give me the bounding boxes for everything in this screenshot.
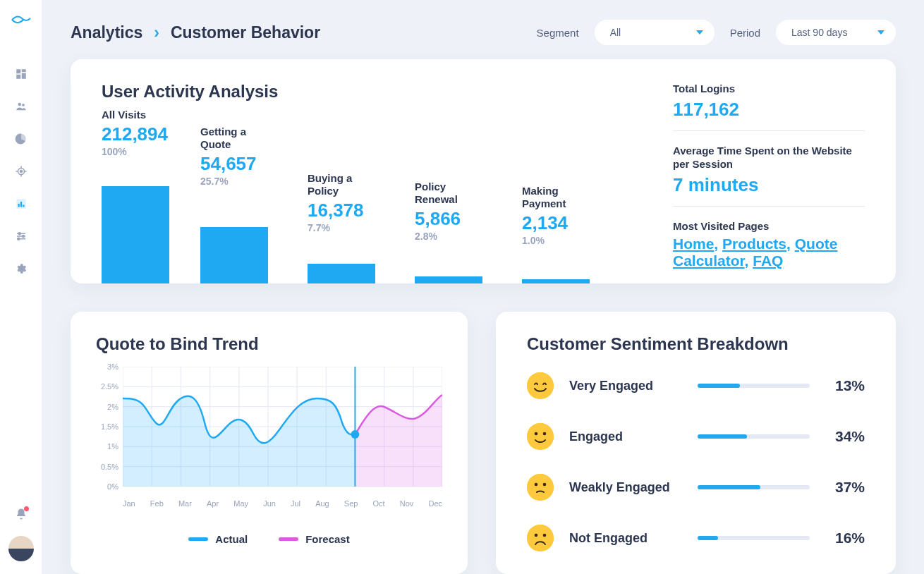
notification-dot [24,506,29,511]
sentiment-title: Customer Sentiment Breakdown [527,334,865,354]
sentiment-bar [698,485,810,489]
sentiment-pct: 37% [825,479,865,496]
svg-rect-2 [21,73,25,79]
svg-point-36 [527,372,554,399]
sentiment-bar [698,384,810,388]
period-label: Period [730,27,760,39]
most-visited-label: Most Visited Pages [673,219,865,233]
quote-to-bind-card: Quote to Bind Trend 3% 2.5% 2% 1.5% 1% 0… [71,312,468,574]
svg-point-14 [17,238,19,240]
trend-legend: Actual Forecast [96,533,442,545]
svg-point-38 [535,432,538,436]
svg-rect-10 [20,202,21,207]
segment-label: Segment [537,27,579,39]
sentiment-bar [698,434,810,439]
funnel-step: Policy Renewal 5,866 2.8% [415,114,522,283]
legend-actual: Actual [188,533,248,545]
nav-settings-icon[interactable] [8,256,34,281]
svg-point-37 [527,423,554,450]
svg-point-12 [18,233,20,235]
user-avatar[interactable] [8,536,34,561]
funnel-step: All Visits 212,894 100% [102,114,200,283]
notifications-icon[interactable] [15,508,28,523]
avg-time-value: 7 minutes [673,174,865,196]
sentiment-emoji-icon [527,474,554,501]
svg-rect-9 [18,204,19,207]
chevron-down-icon [696,30,703,35]
svg-point-13 [22,236,24,238]
sidebar [0,0,42,574]
svg-rect-1 [21,69,25,72]
app-logo [11,13,32,30]
svg-rect-0 [16,69,20,73]
svg-point-40 [527,474,554,501]
svg-point-5 [22,104,25,106]
avg-time-label: Average Time Spent on the Website per Se… [673,144,865,171]
period-dropdown[interactable]: Last 90 days [776,20,896,45]
sentiment-emoji-icon [527,525,554,551]
activity-title: User Activity Analysis [102,82,653,102]
page-link-products[interactable]: Products [722,236,786,252]
svg-point-45 [543,534,547,537]
most-visited-pages: Home, Products, Quote Calculator, FAQ [673,236,865,269]
segment-value: All [610,27,621,38]
sentiment-label: Weakly Engaged [569,480,682,495]
funnel-step: Getting a Quote 54,657 25.7% [200,114,308,283]
page-link-faq[interactable]: FAQ [753,252,783,269]
funnel-step: Making Payment 2,134 1.0% [522,114,629,283]
sentiment-card: Customer Sentiment Breakdown Very Engage… [496,312,896,574]
svg-rect-11 [23,205,24,207]
sentiment-bar [698,536,810,540]
sentiment-label: Not Engaged [569,531,682,546]
nav-filters-icon[interactable] [8,224,34,249]
svg-point-41 [535,483,538,487]
sentiment-pct: 16% [825,530,865,546]
funnel-step: Buying a Policy 16,378 7.7% [308,114,415,283]
chevron-down-icon [877,30,885,35]
nav-target-icon[interactable] [8,159,34,184]
svg-point-44 [535,534,538,537]
sentiment-label: Very Engaged [569,379,682,393]
svg-point-39 [543,432,547,436]
sentiment-pct: 34% [825,428,865,445]
page-header: Analytics › Customer Behavior Segment Al… [42,0,924,59]
nav-analytics-icon[interactable] [8,191,34,216]
breadcrumb-section[interactable]: Analytics [71,23,142,42]
svg-point-43 [527,525,554,551]
svg-rect-3 [16,75,20,79]
svg-point-42 [543,483,547,487]
svg-point-7 [20,171,22,173]
nav-users-icon[interactable] [8,94,34,119]
trend-title: Quote to Bind Trend [96,334,442,354]
sentiment-row: Weakly Engaged37% [527,474,865,501]
trend-chart: 3% 2.5% 2% 1.5% 1% 0.5% 0% [96,367,442,508]
nav-dashboard-icon[interactable] [8,61,34,87]
sentiment-emoji-icon [527,372,554,399]
period-value: Last 90 days [791,27,847,38]
activity-funnel-chart: All Visits 212,894 100% Getting a Quote … [102,114,653,283]
sentiment-row: Engaged34% [527,423,865,450]
total-logins-value: 117,162 [673,99,865,121]
total-logins-label: Total Logins [673,82,865,96]
user-activity-card: User Activity Analysis All Visits 212,89… [71,59,896,283]
page-link-home[interactable]: Home [673,236,714,252]
svg-point-35 [351,430,360,439]
breadcrumb: Analytics › Customer Behavior [71,23,320,42]
chevron-right-icon: › [154,23,159,42]
svg-point-4 [18,103,21,106]
sentiment-row: Very Engaged13% [527,372,865,399]
sentiment-pct: 13% [825,377,865,394]
activity-stats: Total Logins 117,162 Average Time Spent … [653,82,865,283]
segment-dropdown[interactable]: All [595,20,715,45]
sentiment-row: Not Engaged16% [527,525,865,551]
legend-forecast: Forecast [279,533,350,545]
sentiment-label: Engaged [569,429,682,444]
nav-pie-icon[interactable] [8,126,34,152]
breadcrumb-page: Customer Behavior [171,23,320,42]
sentiment-emoji-icon [527,423,554,450]
